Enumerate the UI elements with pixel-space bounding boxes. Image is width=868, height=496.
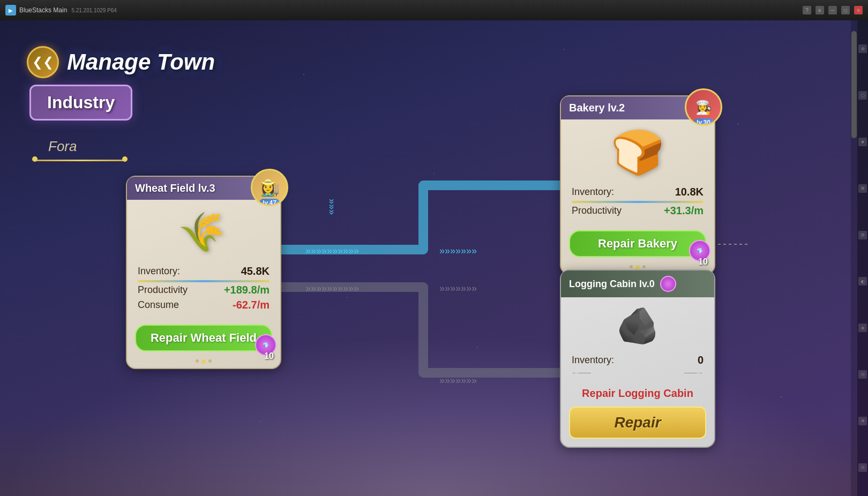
dot-1 xyxy=(196,359,199,363)
bakery-character-face: 👩‍🍳 xyxy=(695,100,712,115)
bakery-character-avatar: 👩‍🍳 lv.30 xyxy=(685,88,722,126)
logging-connector-row: ←—— ——→ xyxy=(572,369,704,377)
sidebar-icon-7[interactable]: ⊕ xyxy=(858,324,867,332)
wheat-gem-cost: 10 xyxy=(264,351,274,361)
window-controls: ? ≡ ─ □ ✕ xyxy=(803,6,863,14)
fora-connector xyxy=(35,160,126,161)
sidebar-icon-5[interactable]: ⊟ xyxy=(858,231,867,239)
bakery-inventory-bar xyxy=(572,201,704,203)
inventory-label: Inventory: xyxy=(138,266,180,277)
inventory-value: 45.8K xyxy=(241,265,270,277)
bread-icon: 🍞 xyxy=(561,119,714,186)
sidebar-icon-4[interactable]: ⊞ xyxy=(858,184,867,193)
logs-icon-area: 🪨 xyxy=(561,297,714,354)
page-header: ❮❮ Manage Town xyxy=(27,46,215,78)
bakery-productivity-value: +31.3/m xyxy=(664,205,704,217)
industry-button-label: Industry xyxy=(47,93,115,112)
sidebar-icon-6[interactable]: ◐ xyxy=(858,277,867,285)
productivity-value: +189.8/m xyxy=(224,284,270,296)
fora-label: Fora xyxy=(48,138,77,155)
logging-inventory-row: Inventory: 0 xyxy=(572,354,704,366)
dot-2 xyxy=(208,359,212,363)
productivity-label: Productivity xyxy=(138,284,188,296)
svg-text:»»»»»»»: »»»»»»» xyxy=(439,283,477,294)
logging-cabin-card: Logging Cabin lv.0 🪨 Inventory: 0 ←—— ——… xyxy=(560,269,715,448)
back-icon: ❮❮ xyxy=(32,55,54,70)
consume-value: -62.7/m xyxy=(233,299,270,311)
svg-text:»»»»»»»»»»: »»»»»»»»»» xyxy=(305,283,359,294)
svg-text:»»»»»»»: »»»»»»» xyxy=(439,375,477,386)
sidebar-icon-1[interactable]: ⚙ xyxy=(858,44,867,53)
character-face-icon: 👩‍🌾 xyxy=(260,178,280,197)
bakery-inventory-label: Inventory: xyxy=(572,186,614,198)
background-trees xyxy=(0,416,857,496)
app-version: 5.21.201.1029 P64 xyxy=(71,7,117,13)
sidebar-icon-2[interactable]: ⬡ xyxy=(858,91,867,100)
svg-text:»»»»»»»: »»»»»»» xyxy=(439,245,477,256)
minimize-btn[interactable]: ─ xyxy=(828,6,837,14)
logging-inventory-label: Inventory: xyxy=(572,355,614,366)
wheat-card-title: Wheat Field lv.3 xyxy=(135,182,215,194)
back-button[interactable]: ❮❮ xyxy=(27,46,59,78)
logging-stats: Inventory: 0 ←—— ——→ xyxy=(561,354,714,385)
repair-wheat-button[interactable]: Repair Wheat Field 💎 10 xyxy=(135,325,272,351)
wheat-character-avatar: 👩‍🌾 lv.47 xyxy=(251,169,288,206)
wheat-icon-area: 🌾 xyxy=(127,200,280,265)
productivity-row: Productivity +189.8/m xyxy=(138,284,270,296)
right-sidebar: ⚙ ⬡ ◈ ⊞ ⊟ ◐ ⊕ ◎ ⊗ ⊙ xyxy=(857,20,868,496)
repair-wheat-label: Repair Wheat Field xyxy=(151,331,257,344)
industry-button[interactable]: Industry xyxy=(29,85,132,121)
wheat-card-bottom-dots xyxy=(127,359,280,368)
bakery-productivity-row: Productivity +31.3/m xyxy=(572,205,704,217)
logging-inventory-value: 0 xyxy=(698,354,704,366)
repair-bakery-label: Repair Bakery xyxy=(598,237,677,250)
bakery-gem-cost: 10 xyxy=(698,257,708,267)
page-title: Manage Town xyxy=(67,49,215,75)
logging-gem-icon xyxy=(660,276,676,292)
bakery-stats: Inventory: 10.8K Productivity +31.3/m xyxy=(561,186,714,225)
scrollbar[interactable] xyxy=(851,20,857,496)
bread-icon-area: 🍞 xyxy=(561,119,714,186)
svg-text:»»»: »»» xyxy=(327,199,338,215)
main-content: ❮❮ Manage Town Industry Fora »»»»»»»»»» … xyxy=(0,20,857,496)
wheat-field-card: Wheat Field lv.3 👩‍🌾 lv.47 🌾 Inventory: … xyxy=(126,176,281,369)
sidebar-icon-9[interactable]: ⊗ xyxy=(858,417,867,425)
scrollbar-thumb[interactable] xyxy=(851,31,857,138)
bakery-dot-1 xyxy=(630,265,633,268)
sidebar-icon-3[interactable]: ◈ xyxy=(858,138,867,146)
bakery-inventory-value: 10.8K xyxy=(675,186,704,198)
wheat-stats: Inventory: 45.8K Productivity +189.8/m C… xyxy=(127,265,280,319)
fora-dot-right xyxy=(122,156,128,162)
wheat-crop-icon: 🌾 xyxy=(134,194,273,271)
title-bar: ▶ BlueStacks Main 5.21.201.1029 P64 ? ≡ … xyxy=(0,0,868,20)
svg-text:»»»»»»»»»»: »»»»»»»»»» xyxy=(305,245,359,256)
logging-card-header: Logging Cabin lv.0 xyxy=(561,270,714,297)
question-btn[interactable]: ? xyxy=(803,6,811,14)
logs-icon: 🪨 xyxy=(561,297,714,354)
repair-bakery-button[interactable]: Repair Bakery 💎 10 xyxy=(569,230,706,257)
inventory-bar xyxy=(138,280,270,282)
fora-dot-left xyxy=(32,156,38,162)
menu-btn[interactable]: ≡ xyxy=(815,6,824,14)
app-name: BlueStacks Main xyxy=(19,6,67,14)
consume-row: Consume -62.7/m xyxy=(138,299,270,311)
bakery-card: Bakery lv.2 👩‍🍳 lv.30 🍞 Inventory: 10.8K… xyxy=(560,95,715,275)
dot-center xyxy=(201,359,206,364)
sidebar-icon-8[interactable]: ◎ xyxy=(858,370,867,379)
app-icon: ▶ xyxy=(5,5,16,16)
bakery-inventory-row: Inventory: 10.8K xyxy=(572,186,704,198)
logging-card-title: Logging Cabin lv.0 xyxy=(569,279,655,290)
maximize-btn[interactable]: □ xyxy=(841,6,850,14)
bakery-card-title: Bakery lv.2 xyxy=(569,102,625,114)
close-btn[interactable]: ✕ xyxy=(854,6,863,14)
bakery-dot-center xyxy=(635,265,640,269)
bakery-dot-2 xyxy=(642,265,646,268)
repair-logging-button[interactable]: Repair xyxy=(569,407,706,439)
bakery-productivity-label: Productivity xyxy=(572,205,622,216)
sidebar-icon-10[interactable]: ⊙ xyxy=(858,463,867,472)
repair-logging-label: Repair Logging Cabin xyxy=(561,385,714,402)
consume-label: Consume xyxy=(138,299,179,311)
repair-logging-btn-label: Repair xyxy=(614,414,661,431)
